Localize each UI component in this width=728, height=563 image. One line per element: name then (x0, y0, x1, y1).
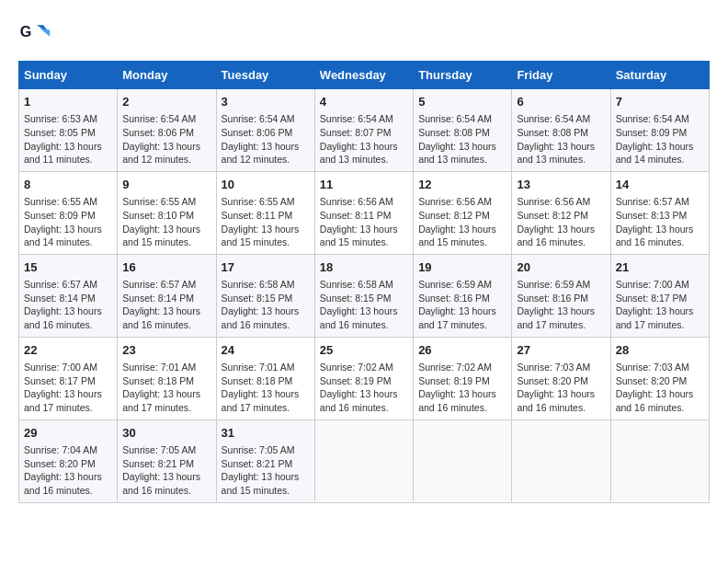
calendar-cell: 28Sunrise: 7:03 AM Sunset: 8:20 PM Dayli… (610, 337, 709, 419)
day-info: Sunrise: 6:55 AM Sunset: 8:10 PM Dayligh… (122, 195, 210, 249)
calendar-week-row: 29Sunrise: 7:04 AM Sunset: 8:20 PM Dayli… (19, 419, 710, 502)
day-info: Sunrise: 7:03 AM Sunset: 8:20 PM Dayligh… (616, 361, 704, 415)
calendar-cell: 2Sunrise: 6:54 AM Sunset: 8:06 PM Daylig… (118, 89, 216, 172)
day-number: 29 (24, 425, 112, 442)
day-info: Sunrise: 7:05 AM Sunset: 8:21 PM Dayligh… (122, 443, 210, 498)
day-number: 23 (122, 342, 210, 359)
day-info: Sunrise: 6:57 AM Sunset: 8:14 PM Dayligh… (122, 278, 210, 332)
calendar-cell: 12Sunrise: 6:56 AM Sunset: 8:12 PM Dayli… (414, 171, 512, 254)
day-info: Sunrise: 6:56 AM Sunset: 8:12 PM Dayligh… (418, 195, 506, 249)
day-info: Sunrise: 7:01 AM Sunset: 8:18 PM Dayligh… (222, 361, 310, 415)
day-info: Sunrise: 7:00 AM Sunset: 8:17 PM Dayligh… (24, 361, 112, 415)
day-info: Sunrise: 6:56 AM Sunset: 8:11 PM Dayligh… (320, 195, 408, 249)
day-info: Sunrise: 6:54 AM Sunset: 8:07 PM Dayligh… (320, 112, 408, 167)
header-day-friday: Friday (512, 62, 610, 89)
day-number: 26 (418, 342, 506, 359)
day-info: Sunrise: 6:59 AM Sunset: 8:16 PM Dayligh… (517, 278, 605, 332)
day-number: 18 (320, 259, 408, 276)
calendar-cell (512, 419, 610, 502)
svg-marker-2 (40, 29, 50, 37)
calendar-cell: 19Sunrise: 6:59 AM Sunset: 8:16 PM Dayli… (414, 254, 512, 337)
day-number: 2 (122, 94, 210, 110)
day-number: 10 (222, 177, 310, 193)
day-number: 30 (122, 425, 210, 442)
logo-icon: G (18, 18, 51, 52)
calendar-cell (314, 419, 413, 502)
header-day-sunday: Sunday (19, 62, 118, 89)
logo: G (18, 18, 55, 52)
day-number: 20 (517, 259, 605, 276)
day-number: 22 (24, 342, 112, 359)
calendar-cell: 17Sunrise: 6:58 AM Sunset: 8:15 PM Dayli… (216, 254, 314, 337)
calendar-cell: 4Sunrise: 6:54 AM Sunset: 8:07 PM Daylig… (314, 89, 413, 172)
calendar-cell: 20Sunrise: 6:59 AM Sunset: 8:16 PM Dayli… (512, 254, 610, 337)
day-info: Sunrise: 7:00 AM Sunset: 8:17 PM Dayligh… (616, 278, 704, 332)
day-info: Sunrise: 6:59 AM Sunset: 8:16 PM Dayligh… (418, 278, 506, 332)
calendar-cell: 25Sunrise: 7:02 AM Sunset: 8:19 PM Dayli… (314, 337, 413, 419)
day-info: Sunrise: 7:01 AM Sunset: 8:18 PM Dayligh… (122, 361, 210, 415)
day-number: 14 (616, 177, 704, 193)
header-day-tuesday: Tuesday (216, 62, 314, 89)
calendar-week-row: 15Sunrise: 6:57 AM Sunset: 8:14 PM Dayli… (19, 254, 710, 337)
calendar-cell (414, 419, 512, 502)
calendar-cell: 29Sunrise: 7:04 AM Sunset: 8:20 PM Dayli… (19, 419, 118, 502)
header-day-saturday: Saturday (610, 62, 709, 89)
day-info: Sunrise: 6:55 AM Sunset: 8:11 PM Dayligh… (222, 195, 310, 249)
day-info: Sunrise: 6:57 AM Sunset: 8:14 PM Dayligh… (24, 278, 112, 332)
svg-text:G: G (20, 23, 32, 40)
day-info: Sunrise: 6:54 AM Sunset: 8:06 PM Dayligh… (222, 112, 310, 167)
calendar-cell: 10Sunrise: 6:55 AM Sunset: 8:11 PM Dayli… (216, 171, 314, 254)
calendar-cell: 21Sunrise: 7:00 AM Sunset: 8:17 PM Dayli… (610, 254, 709, 337)
calendar-cell: 11Sunrise: 6:56 AM Sunset: 8:11 PM Dayli… (314, 171, 413, 254)
calendar-cell: 30Sunrise: 7:05 AM Sunset: 8:21 PM Dayli… (118, 419, 216, 502)
day-number: 27 (517, 342, 605, 359)
calendar-cell: 7Sunrise: 6:54 AM Sunset: 8:09 PM Daylig… (610, 89, 709, 172)
day-number: 15 (24, 259, 112, 276)
day-number: 5 (418, 94, 506, 110)
calendar-cell: 14Sunrise: 6:57 AM Sunset: 8:13 PM Dayli… (610, 171, 709, 254)
calendar-week-row: 8Sunrise: 6:55 AM Sunset: 8:09 PM Daylig… (19, 171, 710, 254)
header-day-wednesday: Wednesday (314, 62, 413, 89)
day-info: Sunrise: 7:02 AM Sunset: 8:19 PM Dayligh… (320, 361, 408, 415)
day-number: 11 (320, 177, 408, 193)
calendar-cell: 9Sunrise: 6:55 AM Sunset: 8:10 PM Daylig… (118, 171, 216, 254)
day-info: Sunrise: 6:56 AM Sunset: 8:12 PM Dayligh… (517, 195, 605, 249)
day-info: Sunrise: 6:53 AM Sunset: 8:05 PM Dayligh… (24, 112, 112, 167)
day-number: 19 (418, 259, 506, 276)
day-number: 21 (616, 259, 704, 276)
day-number: 28 (616, 342, 704, 359)
calendar-cell: 31Sunrise: 7:05 AM Sunset: 8:21 PM Dayli… (216, 419, 314, 502)
calendar-week-row: 1Sunrise: 6:53 AM Sunset: 8:05 PM Daylig… (19, 89, 710, 172)
day-info: Sunrise: 7:02 AM Sunset: 8:19 PM Dayligh… (418, 361, 506, 415)
calendar-cell: 13Sunrise: 6:56 AM Sunset: 8:12 PM Dayli… (512, 171, 610, 254)
day-info: Sunrise: 6:55 AM Sunset: 8:09 PM Dayligh… (24, 195, 112, 249)
calendar-table: SundayMondayTuesdayWednesdayThursdayFrid… (18, 61, 710, 503)
calendar-cell: 23Sunrise: 7:01 AM Sunset: 8:18 PM Dayli… (118, 337, 216, 419)
calendar-cell: 27Sunrise: 7:03 AM Sunset: 8:20 PM Dayli… (512, 337, 610, 419)
day-info: Sunrise: 6:54 AM Sunset: 8:06 PM Dayligh… (122, 112, 210, 167)
day-number: 17 (222, 259, 310, 276)
calendar-header-row: SundayMondayTuesdayWednesdayThursdayFrid… (19, 62, 710, 89)
header: G (18, 18, 710, 52)
calendar-cell: 8Sunrise: 6:55 AM Sunset: 8:09 PM Daylig… (19, 171, 118, 254)
day-number: 4 (320, 94, 408, 110)
day-info: Sunrise: 6:58 AM Sunset: 8:15 PM Dayligh… (320, 278, 408, 332)
day-info: Sunrise: 6:54 AM Sunset: 8:08 PM Dayligh… (418, 112, 506, 167)
header-day-thursday: Thursday (414, 62, 512, 89)
day-info: Sunrise: 6:57 AM Sunset: 8:13 PM Dayligh… (616, 195, 704, 249)
day-info: Sunrise: 7:03 AM Sunset: 8:20 PM Dayligh… (517, 361, 605, 415)
calendar-cell: 26Sunrise: 7:02 AM Sunset: 8:19 PM Dayli… (414, 337, 512, 419)
calendar-cell: 15Sunrise: 6:57 AM Sunset: 8:14 PM Dayli… (19, 254, 118, 337)
calendar-cell (610, 419, 709, 502)
day-info: Sunrise: 6:58 AM Sunset: 8:15 PM Dayligh… (222, 278, 310, 332)
calendar-cell: 5Sunrise: 6:54 AM Sunset: 8:08 PM Daylig… (414, 89, 512, 172)
calendar-cell: 18Sunrise: 6:58 AM Sunset: 8:15 PM Dayli… (314, 254, 413, 337)
day-number: 1 (24, 94, 112, 110)
day-info: Sunrise: 7:05 AM Sunset: 8:21 PM Dayligh… (222, 443, 310, 498)
day-number: 16 (122, 259, 210, 276)
day-info: Sunrise: 6:54 AM Sunset: 8:08 PM Dayligh… (517, 112, 605, 167)
calendar-cell: 22Sunrise: 7:00 AM Sunset: 8:17 PM Dayli… (19, 337, 118, 419)
calendar-cell: 1Sunrise: 6:53 AM Sunset: 8:05 PM Daylig… (19, 89, 118, 172)
day-number: 9 (122, 177, 210, 193)
day-number: 25 (320, 342, 408, 359)
